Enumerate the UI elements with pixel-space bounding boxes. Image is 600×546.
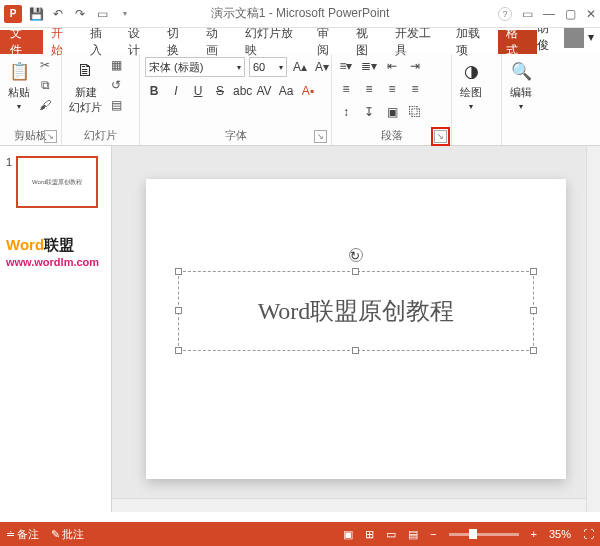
bullets-icon[interactable]: ≡▾ (337, 57, 355, 75)
clipboard-launcher-icon[interactable]: ↘ (44, 130, 57, 143)
font-launcher-icon[interactable]: ↘ (314, 130, 327, 143)
help-icon[interactable]: ? (498, 7, 512, 21)
tab-animations[interactable]: 动画 (198, 30, 237, 54)
character-spacing-icon[interactable]: AV (255, 82, 273, 100)
title-text[interactable]: Word联盟原创教程 (258, 295, 455, 327)
font-color-icon[interactable]: A▪ (299, 82, 317, 100)
layout-icon[interactable]: ▦ (108, 57, 124, 73)
horizontal-scrollbar[interactable] (112, 498, 586, 512)
decrease-font-icon[interactable]: A▾ (313, 58, 331, 76)
resize-handle-s[interactable] (352, 347, 359, 354)
title-textbox[interactable]: ↻ Word联盟原创教程 (178, 271, 534, 351)
reading-view-icon[interactable]: ▭ (386, 528, 396, 541)
group-slides-label: 幻灯片 (67, 126, 134, 145)
start-from-beginning-icon[interactable]: ▭ (94, 6, 110, 22)
justify-icon[interactable]: ≡ (406, 80, 424, 98)
fit-to-window-icon[interactable]: ⛶ (583, 528, 594, 540)
zoom-thumb[interactable] (469, 529, 477, 539)
increase-font-icon[interactable]: A▴ (291, 58, 309, 76)
paste-icon: 📋 (7, 59, 31, 83)
slideshow-view-icon[interactable]: ▤ (408, 528, 418, 541)
align-text-icon[interactable]: ▣ (383, 103, 401, 121)
font-size-combo[interactable]: 60▾ (249, 57, 287, 77)
strikethrough-button[interactable]: S (211, 82, 229, 100)
slide-canvas[interactable]: ↻ Word联盟原创教程 (146, 179, 566, 479)
thumbnail-pane[interactable]: 1 Word联盟原创教程 Word联盟 www.wordlm.com (0, 146, 112, 512)
increase-indent-icon[interactable]: ⇥ (406, 57, 424, 75)
drawing-button[interactable]: ◑ 绘图 ▾ (457, 57, 485, 113)
line-spacing-icon[interactable]: ↕ (337, 103, 355, 121)
vertical-scrollbar[interactable] (586, 146, 600, 512)
tab-home[interactable]: 开始 (43, 30, 82, 54)
resize-handle-n[interactable] (352, 268, 359, 275)
tab-transitions[interactable]: 切换 (159, 30, 198, 54)
zoom-level[interactable]: 35% (549, 528, 571, 540)
redo-icon[interactable]: ↷ (72, 6, 88, 22)
text-direction-icon[interactable]: ↧ (360, 103, 378, 121)
font-name-value: 宋体 (标题) (149, 60, 203, 75)
cut-icon[interactable]: ✂ (37, 57, 53, 73)
italic-button[interactable]: I (167, 82, 185, 100)
resize-handle-w[interactable] (175, 307, 182, 314)
tab-slideshow[interactable]: 幻灯片放映 (237, 30, 310, 54)
comments-button[interactable]: ✎ 批注 (51, 527, 84, 542)
ribbon-display-icon[interactable]: ▭ (522, 7, 533, 21)
normal-view-icon[interactable]: ▣ (343, 528, 353, 541)
tab-view[interactable]: 视图 (348, 30, 387, 54)
rotation-handle-icon[interactable]: ↻ (349, 248, 363, 262)
resize-handle-e[interactable] (530, 307, 537, 314)
resize-handle-se[interactable] (530, 347, 537, 354)
new-slide-button[interactable]: 🗎 新建 幻灯片 (67, 57, 104, 117)
zoom-in-icon[interactable]: + (531, 528, 537, 540)
avatar-icon (564, 26, 585, 48)
shapes-icon: ◑ (459, 59, 483, 83)
paragraph-launcher-icon[interactable]: ↘ (434, 130, 447, 143)
minimize-icon[interactable]: — (543, 7, 555, 21)
sorter-view-icon[interactable]: ⊞ (365, 528, 374, 541)
reset-icon[interactable]: ↺ (108, 77, 124, 93)
tab-design[interactable]: 设计 (120, 30, 159, 54)
save-icon[interactable]: 💾 (28, 6, 44, 22)
underline-button[interactable]: U (189, 82, 207, 100)
tab-addins[interactable]: 加载项 (448, 30, 498, 54)
find-icon: 🔍 (509, 59, 533, 83)
zoom-slider[interactable] (449, 533, 519, 536)
file-tab[interactable]: 文件 (0, 30, 43, 54)
paste-label: 粘贴 (8, 85, 30, 100)
slide-editor[interactable]: ↻ Word联盟原创教程 (112, 146, 600, 512)
numbering-icon[interactable]: ≣▾ (360, 57, 378, 75)
decrease-indent-icon[interactable]: ⇤ (383, 57, 401, 75)
qat-customize-icon[interactable] (116, 6, 132, 22)
paste-button[interactable]: 📋 粘贴 ▾ (5, 57, 33, 113)
align-center-icon[interactable]: ≡ (360, 80, 378, 98)
change-case-icon[interactable]: Aa (277, 82, 295, 100)
app-logo-icon: P (4, 5, 22, 23)
align-left-icon[interactable]: ≡ (337, 80, 355, 98)
tab-developer[interactable]: 开发工具 (387, 30, 448, 54)
shadow-button[interactable]: abc (233, 82, 251, 100)
bold-button[interactable]: B (145, 82, 163, 100)
thumb-number: 1 (6, 156, 12, 208)
zoom-out-icon[interactable]: − (430, 528, 436, 540)
tab-insert[interactable]: 插入 (82, 30, 121, 54)
notes-button[interactable]: ≐ 备注 (6, 527, 39, 542)
resize-handle-ne[interactable] (530, 268, 537, 275)
resize-handle-sw[interactable] (175, 347, 182, 354)
undo-icon[interactable]: ↶ (50, 6, 66, 22)
resize-handle-nw[interactable] (175, 268, 182, 275)
tab-format[interactable]: 格式 (498, 30, 537, 54)
close-icon[interactable]: ✕ (586, 7, 596, 21)
font-name-combo[interactable]: 宋体 (标题)▾ (145, 57, 245, 77)
format-painter-icon[interactable]: 🖌 (37, 97, 53, 113)
new-slide-label: 新建 幻灯片 (69, 85, 102, 115)
slide-thumbnail-1[interactable]: 1 Word联盟原创教程 (6, 156, 105, 208)
window-title: 演示文稿1 - Microsoft PowerPoint (211, 5, 390, 22)
tab-review[interactable]: 审阅 (309, 30, 348, 54)
smartart-icon[interactable]: ⿻ (406, 103, 424, 121)
align-right-icon[interactable]: ≡ (383, 80, 401, 98)
section-icon[interactable]: ▤ (108, 97, 124, 113)
window-controls: ? ▭ — ▢ ✕ (498, 7, 596, 21)
restore-icon[interactable]: ▢ (565, 7, 576, 21)
editing-button[interactable]: 🔍 编辑 ▾ (507, 57, 535, 113)
copy-icon[interactable]: ⧉ (37, 77, 53, 93)
